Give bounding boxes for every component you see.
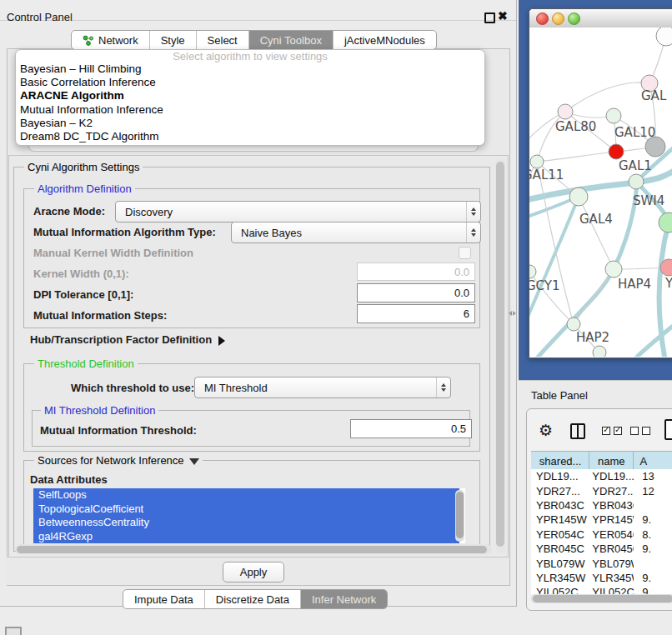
algorithm-option[interactable]: Mutual Information Inference: [16, 103, 484, 117]
minimize-traffic-light-icon[interactable]: [552, 12, 564, 25]
control-panel-title: Control Panel: [7, 11, 73, 23]
node-label: GAL: [641, 88, 667, 103]
sources-title[interactable]: Sources for Network Inference: [34, 454, 203, 467]
table-row[interactable]: YPR145WYPR145W9.: [531, 512, 672, 527]
table-cell: YBR043C: [590, 499, 634, 512]
network-edge[interactable]: [537, 152, 616, 162]
attribute-item[interactable]: SelfLoops: [33, 488, 459, 502]
table-cell: YER054C: [531, 528, 590, 541]
deselect-all-columns-icon[interactable]: [630, 427, 650, 435]
control-panel-tabbar: Network Style Select Cyni Toolbox jActiv…: [71, 30, 437, 50]
settings-horizontal-scrollbar[interactable]: [15, 544, 492, 554]
network-window-titlebar[interactable]: [529, 9, 672, 28]
mi-threshold-field[interactable]: 0.5: [350, 419, 472, 438]
network-edge[interactable]: [633, 319, 672, 357]
table-row[interactable]: YBR045CYBR045C9.: [531, 542, 672, 556]
network-node[interactable]: [629, 174, 644, 189]
scrollbar-thumb[interactable]: [533, 595, 672, 602]
kernel-width-field[interactable]: 0.0: [357, 262, 475, 281]
column-header[interactable]: A: [634, 452, 672, 470]
table-cell: YBL079W: [590, 558, 634, 570]
mi-type-combo[interactable]: Naive Bayes: [231, 222, 481, 243]
column-header[interactable]: shared...: [531, 452, 589, 470]
settings-vertical-scrollbar[interactable]: [495, 158, 505, 553]
apply-button[interactable]: Apply: [223, 562, 284, 582]
aracne-mode-combo[interactable]: Discovery: [115, 201, 481, 222]
network-node[interactable]: [605, 261, 622, 278]
scrollbar-thumb[interactable]: [456, 492, 464, 538]
network-edge[interactable]: [574, 269, 614, 324]
attribute-item[interactable]: gal4RGexp: [33, 530, 459, 544]
algorithm-option[interactable]: Bayesian – K2: [16, 117, 484, 130]
algorithm-option[interactable]: ARACNE Algorithm: [16, 89, 484, 102]
columns-icon[interactable]: [570, 423, 585, 439]
attributes-scrollbar[interactable]: [455, 490, 464, 542]
scrollbar-thumb[interactable]: [496, 162, 504, 547]
tab-cyni-toolbox[interactable]: Cyni Toolbox: [248, 31, 333, 49]
algorithm-option[interactable]: Basic Correlation Inference: [16, 76, 484, 89]
table-row[interactable]: YIL052CYIL052C9: [531, 585, 672, 594]
tab-network[interactable]: Network: [72, 31, 149, 49]
tab-jactivemnodules[interactable]: jActiveMNodules: [333, 31, 436, 49]
tab-discretize-data[interactable]: Discretize Data: [204, 590, 300, 608]
network-node[interactable]: [529, 265, 536, 278]
tab-infer-network[interactable]: Infer Network: [300, 590, 387, 608]
collapsed-panel-icon[interactable]: [5, 627, 22, 635]
table-window: ⚙ shared... name A YDL19...YDL19...13YDR…: [526, 408, 672, 611]
sources-title-label: Sources for Network Inference: [38, 454, 184, 467]
column-header[interactable]: name: [589, 452, 633, 470]
node-label: GAL80: [555, 119, 596, 134]
node-label: HAP4: [618, 277, 651, 292]
which-threshold-label: Which threshold to use:: [71, 382, 194, 394]
network-node[interactable]: [530, 155, 544, 168]
network-edge[interactable]: [565, 82, 649, 112]
which-threshold-combo[interactable]: MI Threshold: [194, 377, 451, 398]
hub-definition-toggle[interactable]: Hub/Transcription Factor Definition: [30, 333, 225, 346]
network-node[interactable]: [569, 188, 588, 206]
table-cell: 9: [634, 586, 672, 594]
table-row[interactable]: YDR27...YDR27...12: [531, 483, 672, 498]
network-edge[interactable]: [537, 162, 574, 324]
tab-impute-data[interactable]: Impute Data: [123, 590, 204, 608]
table-row[interactable]: YDL19...YDL19...13: [531, 469, 672, 483]
table-row[interactable]: YLR345WYLR345W9.: [531, 571, 672, 585]
dpi-tolerance-field[interactable]: 0.0: [357, 283, 475, 302]
gear-icon[interactable]: ⚙: [539, 422, 553, 438]
collapsed-arrow-icon: [218, 336, 225, 346]
table-horizontal-scrollbar[interactable]: [531, 594, 672, 603]
select-all-columns-icon[interactable]: [602, 427, 622, 435]
manual-kernel-checkbox[interactable]: [459, 247, 471, 259]
network-edge[interactable]: [579, 197, 614, 269]
network-node[interactable]: [558, 104, 573, 119]
attribute-item[interactable]: BetweennessCentrality: [33, 516, 459, 530]
mi-steps-field[interactable]: 6: [357, 304, 475, 323]
network-node[interactable]: [609, 144, 624, 159]
table-header-row: shared... name A: [531, 451, 672, 471]
new-table-icon[interactable]: [664, 419, 672, 440]
network-node[interactable]: [656, 28, 672, 46]
network-canvas[interactable]: GALGAL80GAL10GAL1GAL11SWI4GAL4GCY1HAP4YH…: [529, 28, 672, 357]
network-node[interactable]: [606, 108, 621, 123]
network-edge[interactable]: [529, 197, 579, 332]
table-row[interactable]: YBL079WYBL079W: [531, 556, 672, 570]
network-node[interactable]: [567, 318, 580, 331]
data-attributes-list: SelfLoopsTopologicalCoefficientBetweenne…: [33, 488, 465, 543]
zoom-traffic-light-icon[interactable]: [568, 12, 580, 25]
float-window-icon[interactable]: [484, 12, 495, 23]
tab-style[interactable]: Style: [149, 31, 196, 49]
table-cell: 12: [634, 485, 672, 498]
splitter-handle[interactable]: [509, 309, 516, 317]
node-label: GAL1: [619, 158, 652, 173]
combo-value: MI Threshold: [204, 382, 268, 394]
algorithm-option[interactable]: Dream8 DC_TDC Algorithm: [16, 130, 484, 143]
algorithm-option[interactable]: Bayesian – Hill Climbing: [16, 62, 484, 76]
attribute-item[interactable]: TopologicalCoefficient: [33, 502, 459, 517]
close-icon[interactable]: ✖: [498, 9, 508, 22]
scrollbar-thumb[interactable]: [17, 546, 487, 553]
network-node[interactable]: [593, 346, 606, 357]
close-traffic-light-icon[interactable]: [536, 12, 549, 25]
table-row[interactable]: YER054CYER054C8.: [531, 528, 672, 542]
network-node[interactable]: [659, 212, 672, 232]
table-row[interactable]: YBR043CYBR043C: [531, 498, 672, 512]
tab-select[interactable]: Select: [196, 31, 248, 49]
